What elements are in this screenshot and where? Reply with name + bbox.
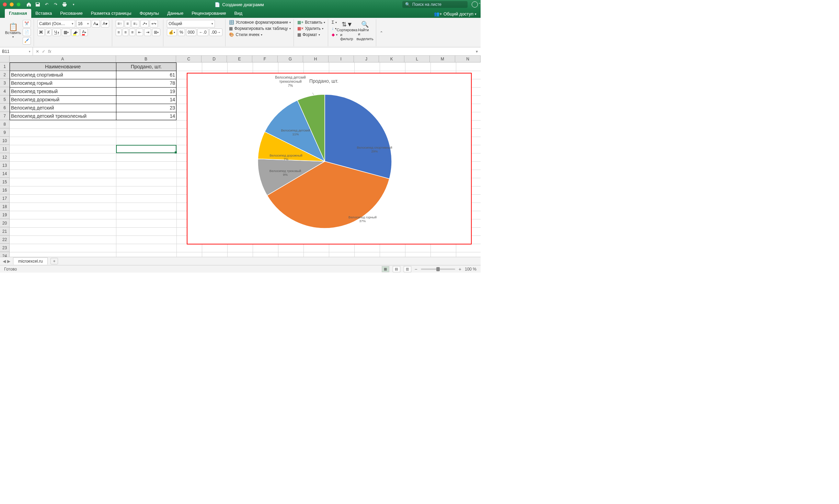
row-header-8[interactable]: 8 <box>0 120 9 128</box>
row-header-19[interactable]: 19 <box>0 211 9 219</box>
format-cells-button[interactable]: ▦Формат ▾ <box>297 32 320 37</box>
col-header-B[interactable]: B <box>116 56 176 62</box>
cancel-formula-icon[interactable]: ✕ <box>36 49 39 54</box>
cell-A3[interactable]: Велосипед горный <box>10 79 116 87</box>
col-header-J[interactable]: J <box>354 56 379 62</box>
window-minimize[interactable] <box>10 2 14 7</box>
decrease-indent-button[interactable]: ⇤ <box>136 28 143 36</box>
align-right-button[interactable]: ≡ <box>129 28 135 36</box>
fill-color-button[interactable]: ◢▾ <box>71 28 79 36</box>
share-button[interactable]: 👥+ Общий доступ ▾ <box>430 10 481 18</box>
redo-icon[interactable]: ↷ <box>53 2 58 7</box>
cell-A4[interactable]: Велосипед трековый <box>10 87 116 95</box>
clear-button[interactable]: ◆▾ <box>332 32 337 37</box>
cell-B4[interactable]: 19 <box>116 87 176 95</box>
borders-button[interactable]: ▦▾ <box>62 28 70 36</box>
increase-font-button[interactable]: A▴ <box>92 20 100 27</box>
cell-A6[interactable]: Велосипед детский <box>10 104 116 112</box>
col-header-E[interactable]: E <box>227 56 252 62</box>
window-zoom[interactable] <box>16 2 21 7</box>
expand-formula-bar[interactable]: ▾ <box>473 49 481 54</box>
window-close[interactable] <box>3 2 7 7</box>
cut-button[interactable]: ✂️ <box>23 20 31 27</box>
row-header-12[interactable]: 12 <box>0 153 9 161</box>
conditional-formatting-button[interactable]: 🔢Условное форматирование ▾ <box>229 20 291 25</box>
font-size-combo[interactable]: 16▾ <box>76 20 91 27</box>
percent-button[interactable]: % <box>178 28 185 36</box>
merge-button[interactable]: ⊞▾ <box>152 28 160 36</box>
number-format-combo[interactable]: Общий▾ <box>167 20 215 27</box>
cell-B5[interactable]: 14 <box>116 95 176 104</box>
wrap-text-button[interactable]: ↩▾ <box>150 20 158 27</box>
row-header-10[interactable]: 10 <box>0 137 9 145</box>
tab-home[interactable]: Главная <box>5 9 31 18</box>
row-header-1[interactable]: 1 <box>0 62 9 71</box>
page-break-view-button[interactable]: ▥ <box>404 266 411 272</box>
col-header-H[interactable]: H <box>303 56 329 62</box>
cell-A5[interactable]: Велосипед дорожный <box>10 95 116 104</box>
col-header-K[interactable]: K <box>379 56 404 62</box>
col-header-D[interactable]: D <box>202 56 227 62</box>
col-header-F[interactable]: F <box>252 56 278 62</box>
align-center-button[interactable]: ≡ <box>123 28 128 36</box>
row-header-16[interactable]: 16 <box>0 186 9 194</box>
find-select-button[interactable]: 🔍 Найти и выделить <box>357 20 373 43</box>
sheet-tab-1[interactable]: microexcel.ru <box>13 257 48 265</box>
search-box[interactable]: 🔍 Поиск на листе <box>402 1 468 8</box>
row-header-14[interactable]: 14 <box>0 170 9 178</box>
normal-view-button[interactable]: ▦ <box>382 266 389 272</box>
cell-A2[interactable]: Велосипед спортивный <box>10 71 116 79</box>
print-icon[interactable] <box>62 2 67 7</box>
tab-insert[interactable]: Вставка <box>31 9 56 18</box>
orientation-button[interactable]: ↗▾ <box>140 20 149 27</box>
bold-button[interactable]: Ж <box>37 28 45 36</box>
tab-data[interactable]: Данные <box>163 9 187 18</box>
cell-styles-button[interactable]: 🎨Стили ячеек ▾ <box>229 32 262 37</box>
row-header-23[interactable]: 23 <box>0 244 9 252</box>
row-header-18[interactable]: 18 <box>0 203 9 211</box>
save-icon[interactable] <box>35 2 41 7</box>
row-header-17[interactable]: 17 <box>0 194 9 203</box>
align-middle-button[interactable]: ≡ <box>125 20 130 27</box>
italic-button[interactable]: К <box>46 28 51 36</box>
select-all-corner[interactable] <box>0 56 10 62</box>
row-header-20[interactable]: 20 <box>0 219 9 227</box>
tab-formulas[interactable]: Формулы <box>136 9 163 18</box>
row-header-5[interactable]: 5 <box>0 95 9 104</box>
increase-indent-button[interactable]: ⇥ <box>144 28 151 36</box>
zoom-percent[interactable]: 100 % <box>465 267 476 272</box>
cell-B3[interactable]: 78 <box>116 79 176 87</box>
qat-arrow-icon[interactable]: ▾ <box>71 2 76 7</box>
cell-A1[interactable]: Наименование <box>10 62 116 71</box>
col-header-M[interactable]: M <box>430 56 455 62</box>
row-header-15[interactable]: 15 <box>0 178 9 186</box>
col-header-N[interactable]: N <box>455 56 481 62</box>
feedback-smiley-icon[interactable] <box>472 1 478 8</box>
chart-object[interactable]: Велосипед детский трехколесный7% Продано… <box>187 73 472 244</box>
cell-B7[interactable]: 14 <box>116 112 176 120</box>
col-header-L[interactable]: L <box>404 56 430 62</box>
cell-A7[interactable]: Велосипед детский трехколесный <box>10 112 116 120</box>
add-sheet-button[interactable]: + <box>50 258 58 264</box>
tab-review[interactable]: Рецензирование <box>187 9 230 18</box>
collapse-ribbon-button[interactable]: ⌃ <box>377 31 386 35</box>
row-header-11[interactable]: 11 <box>0 145 9 153</box>
row-header-4[interactable]: 4 <box>0 87 9 95</box>
autosum-button[interactable]: Σ▾ <box>332 20 337 25</box>
undo-icon[interactable]: ↶ <box>44 2 49 7</box>
tab-view[interactable]: Вид <box>230 9 247 18</box>
cell-B1[interactable]: Продано, шт. <box>116 62 176 71</box>
align-bottom-button[interactable]: ≡↓ <box>131 20 139 27</box>
row-header-22[interactable]: 22 <box>0 236 9 244</box>
decrease-font-button[interactable]: A▾ <box>101 20 109 27</box>
prev-sheet-button[interactable]: ◀ <box>3 259 6 264</box>
tab-draw[interactable]: Рисование <box>56 9 87 18</box>
insert-cells-button[interactable]: ▦+Вставить ▾ <box>297 20 325 25</box>
accounting-format-button[interactable]: 💰▾ <box>167 28 177 36</box>
row-header-3[interactable]: 3 <box>0 79 9 87</box>
page-layout-view-button[interactable]: ▤ <box>393 266 400 272</box>
sort-filter-button[interactable]: ⇅▼ Сортировка и фильтр <box>339 20 355 43</box>
row-header-6[interactable]: 6 <box>0 104 9 112</box>
row-header-9[interactable]: 9 <box>0 128 9 137</box>
next-sheet-button[interactable]: ▶ <box>7 259 10 264</box>
